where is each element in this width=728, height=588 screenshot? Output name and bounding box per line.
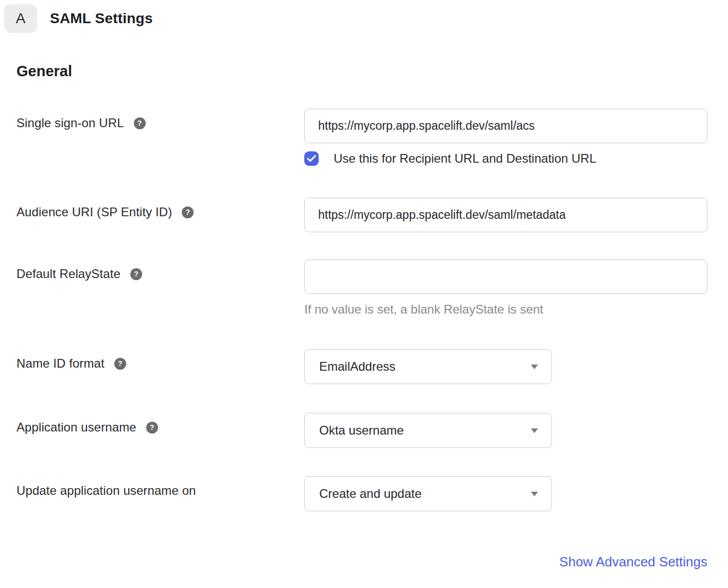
app-letter-badge: A	[4, 4, 37, 33]
audience-uri-label: Audience URI (SP Entity ID)	[16, 205, 172, 219]
footer: Show Advanced Settings	[16, 554, 707, 570]
help-icon[interactable]: ?	[134, 117, 146, 129]
audience-uri-input[interactable]	[304, 198, 707, 232]
checkmark-icon	[307, 155, 316, 162]
use-for-recipient-url-checkbox[interactable]	[304, 151, 319, 166]
single-sign-on-url-label: Single sign-on URL	[16, 116, 124, 130]
default-relaystate-label: Default RelayState	[16, 267, 120, 281]
saml-settings-header: A SAML Settings	[4, 4, 728, 33]
field-row-audience-uri: Audience URI (SP Entity ID) ?	[16, 198, 707, 232]
section-title-general: General	[16, 63, 707, 80]
default-relaystate-input[interactable]	[304, 260, 707, 294]
chevron-down-icon	[531, 492, 538, 496]
help-icon[interactable]: ?	[146, 422, 158, 434]
update-application-username-selected-value: Create and update	[319, 487, 422, 501]
application-username-label: Application username	[16, 420, 136, 435]
application-username-selected-value: Okta username	[319, 423, 404, 438]
field-row-update-application-username: Update application username on Create an…	[16, 476, 707, 511]
field-row-single-sign-on-url: Single sign-on URL ? Use this for Recipi…	[16, 109, 707, 166]
update-application-username-select[interactable]: Create and update	[304, 476, 552, 511]
recipient-url-checkbox-row: Use this for Recipient URL and Destinati…	[304, 151, 707, 166]
name-id-format-select[interactable]: EmailAddress	[304, 349, 552, 384]
chevron-down-icon	[531, 365, 538, 369]
show-advanced-settings-link[interactable]: Show Advanced Settings	[559, 554, 707, 569]
field-row-name-id-format: Name ID format ? EmailAddress	[16, 349, 707, 384]
use-for-recipient-url-label: Use this for Recipient URL and Destinati…	[334, 151, 596, 166]
help-icon[interactable]: ?	[182, 206, 194, 218]
help-icon[interactable]: ?	[130, 268, 142, 280]
field-row-default-relaystate: Default RelayState ? If no value is set,…	[16, 260, 707, 317]
name-id-format-label: Name ID format	[16, 356, 105, 371]
default-relaystate-hint: If no value is set, a blank RelayState i…	[304, 302, 707, 317]
update-application-username-label: Update application username on	[16, 483, 196, 498]
help-icon[interactable]: ?	[114, 358, 126, 370]
single-sign-on-url-input[interactable]	[304, 109, 707, 143]
application-username-select[interactable]: Okta username	[304, 413, 552, 448]
name-id-format-selected-value: EmailAddress	[319, 359, 395, 374]
field-row-application-username: Application username ? Okta username	[16, 413, 707, 448]
chevron-down-icon	[531, 428, 538, 433]
page-title: SAML Settings	[50, 10, 153, 27]
